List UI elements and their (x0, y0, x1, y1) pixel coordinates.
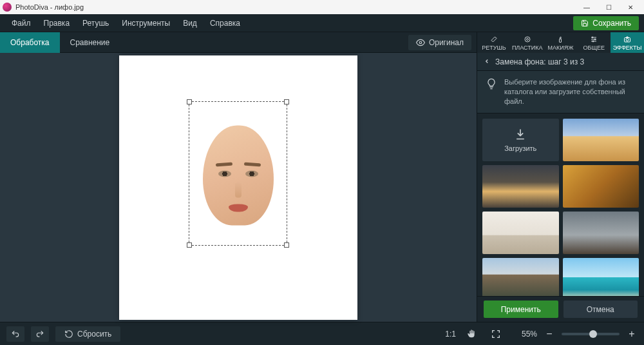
reset-label: Сбросить (77, 330, 111, 339)
bg-thumb-tropical-beach[interactable] (563, 258, 639, 296)
window-titlebar: PhotoDiva - лифо.jpg ― ☐ ✕ (0, 0, 644, 14)
svg-point-7 (592, 37, 593, 38)
svg-rect-3 (560, 39, 562, 43)
bg-thumb-desert[interactable] (563, 119, 639, 161)
crop-handle-tr[interactable] (284, 99, 289, 104)
window-title: PhotoDiva - лифо.jpg (15, 3, 576, 11)
hand-tool-button[interactable] (462, 326, 480, 342)
menu-retouch[interactable]: Ретушь (76, 14, 115, 32)
effects-side-panel: Замена фона: шаг 3 из 3 Выберите изображ… (477, 53, 644, 322)
panel-hint-text: Выберите изображение для фона из каталог… (504, 77, 636, 106)
sliders-icon (589, 35, 598, 43)
undo-icon (10, 330, 21, 339)
bg-thumb-nyc-street[interactable] (563, 212, 639, 254)
upload-background-tile[interactable]: Загрузить (482, 119, 559, 161)
original-label: Оригинал (429, 38, 464, 47)
hand-icon (466, 329, 477, 339)
svg-point-8 (594, 39, 596, 40)
menu-file[interactable]: Файл (5, 14, 37, 32)
tool-tab-plastic-label: ПЛАСТИКА (512, 44, 543, 51)
fullscreen-button[interactable] (487, 326, 505, 342)
menu-tools[interactable]: Инструменты (115, 14, 176, 32)
panel-footer: Применить Отмена (477, 296, 644, 322)
chevron-left-icon (484, 58, 490, 64)
lipstick-icon (556, 35, 565, 43)
svg-point-2 (526, 39, 528, 41)
download-icon (514, 128, 527, 141)
crop-handle-br[interactable] (284, 242, 289, 248)
tab-processing[interactable]: Обработка (0, 32, 60, 53)
zoom-readout: 55% (511, 330, 537, 339)
reset-button[interactable]: Сбросить (55, 326, 120, 342)
svg-point-11 (626, 39, 629, 41)
save-button[interactable]: Сохранить (573, 16, 639, 30)
camera-icon (623, 35, 632, 43)
zoom-out-button[interactable]: − (544, 328, 555, 340)
panel-header: Замена фона: шаг 3 из 3 (477, 53, 644, 71)
save-label: Сохранить (592, 19, 631, 28)
status-bar: Сбросить 1:1 55% − + (0, 322, 644, 345)
tool-tab-general[interactable]: ОБЩЕЕ (577, 32, 611, 53)
eye-icon (416, 38, 425, 47)
upload-label: Загрузить (504, 144, 536, 152)
refresh-icon (64, 330, 73, 339)
expand-icon (491, 329, 501, 339)
menu-bar: Файл Правка Ретушь Инструменты Вид Справ… (0, 14, 644, 32)
tab-compare[interactable]: Сравнение (60, 32, 120, 53)
mode-toolbar: Обработка Сравнение Оригинал (0, 32, 477, 53)
tool-tab-retouch-label: РЕТУШЬ (482, 44, 506, 51)
redo-button[interactable] (31, 326, 49, 342)
tool-tab-plastic[interactable]: ПЛАСТИКА (511, 32, 544, 53)
app-logo (3, 3, 12, 12)
tool-tab-makeup[interactable]: МАКИЯЖ (544, 32, 578, 53)
svg-point-0 (419, 41, 422, 44)
lightbulb-icon (485, 77, 498, 90)
menu-help[interactable]: Справка (204, 14, 247, 32)
apply-button[interactable]: Применить (484, 301, 558, 318)
aspect-ratio-readout[interactable]: 1:1 (445, 330, 456, 339)
tool-category-tabs: РЕТУШЬ ПЛАСТИКА МАКИЯЖ ОБЩЕЕ ЭФФЕКТЫ (477, 32, 644, 53)
image-canvas[interactable] (119, 55, 357, 320)
tool-tab-effects-label: ЭФФЕКТЫ (613, 44, 642, 51)
svg-point-1 (525, 37, 530, 42)
panel-hint: Выберите изображение для фона из каталог… (477, 71, 644, 113)
zoom-slider[interactable] (562, 333, 620, 335)
tool-tab-retouch[interactable]: РЕТУШЬ (477, 32, 511, 53)
zoom-slider-knob[interactable] (589, 330, 597, 338)
bg-thumb-sunset-city[interactable] (482, 165, 559, 208)
wand-icon (489, 35, 498, 43)
bg-thumb-living-room[interactable] (482, 212, 559, 254)
bg-thumb-autumn-park[interactable] (563, 165, 639, 208)
panel-back-button[interactable] (484, 57, 490, 66)
window-minimize-button[interactable]: ― (576, 0, 598, 14)
cancel-button[interactable]: Отмена (564, 301, 638, 318)
panel-heading-text: Замена фона: шаг 3 из 3 (495, 57, 584, 66)
crop-selection[interactable] (189, 101, 287, 246)
tool-tab-makeup-label: МАКИЯЖ (547, 44, 573, 51)
svg-point-9 (592, 41, 594, 42)
save-icon (581, 19, 589, 27)
window-maximize-button[interactable]: ☐ (598, 0, 620, 14)
crop-handle-tl[interactable] (187, 99, 192, 104)
tool-tab-general-label: ОБЩЕЕ (583, 44, 605, 51)
canvas-viewport[interactable] (0, 53, 477, 322)
redo-icon (35, 330, 45, 339)
crop-handle-bl[interactable] (187, 242, 192, 248)
undo-button[interactable] (6, 326, 24, 342)
window-close-button[interactable]: ✕ (620, 0, 641, 14)
menu-view[interactable]: Вид (176, 14, 204, 32)
tool-tab-effects[interactable]: ЭФФЕКТЫ (611, 32, 644, 53)
original-toggle-button[interactable]: Оригинал (408, 35, 471, 50)
background-gallery: Загрузить (477, 113, 644, 296)
target-icon (523, 35, 532, 43)
menu-edit[interactable]: Правка (37, 14, 77, 32)
zoom-in-button[interactable]: + (626, 328, 638, 340)
bg-thumb-canal-houses[interactable] (482, 258, 559, 296)
